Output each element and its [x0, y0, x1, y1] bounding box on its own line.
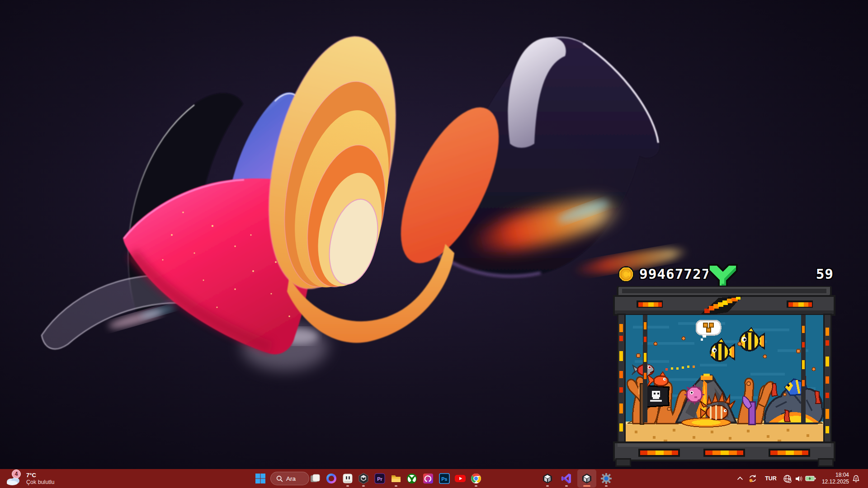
coin-icon: [617, 265, 636, 284]
visual-studio-icon: [561, 473, 572, 484]
file-explorer-button[interactable]: [389, 469, 403, 488]
gear-icon: [600, 473, 612, 484]
chrome-button[interactable]: [469, 469, 483, 488]
aquarium-header: 99467727 59: [613, 263, 836, 286]
sync-update-icon: [748, 474, 757, 483]
weather-condition: Çok bulutlu: [26, 479, 55, 486]
weather-widget[interactable]: 4 7°C Çok bulutlu: [3, 469, 80, 488]
tank-lid: [614, 286, 835, 315]
start-button[interactable]: [251, 469, 269, 488]
taskbar: 4 7°C Çok bulutlu Ara: [0, 469, 868, 488]
fish-count: 59: [816, 266, 834, 282]
weather-temperature: 7°C: [26, 472, 55, 479]
tray-time: 18:04: [835, 472, 849, 479]
desktop: 99467727 59: [0, 0, 868, 488]
youtube-icon: [454, 473, 466, 484]
speaker-icon: [795, 474, 803, 483]
copilot-icon: [326, 473, 337, 484]
premiere-pro-icon: Pr: [374, 473, 386, 484]
visual-studio-button[interactable]: [559, 469, 574, 488]
unity-hub-icon: [358, 473, 369, 484]
volume-button[interactable]: [793, 469, 804, 488]
task-view-icon: [309, 473, 321, 484]
xbox-icon: [406, 473, 418, 484]
premiere-pro-button[interactable]: Pr: [373, 469, 387, 488]
network-button[interactable]: [782, 469, 793, 488]
task-view-button[interactable]: [308, 469, 322, 488]
photoshop-button[interactable]: Ps: [437, 469, 452, 488]
battery-button[interactable]: [804, 469, 817, 488]
windows-logo-icon: [255, 473, 266, 484]
unity-editor-active-button[interactable]: [577, 469, 596, 488]
search-label: Ara: [286, 475, 296, 482]
unity-cube-icon: [581, 473, 593, 484]
xbox-button[interactable]: [405, 469, 419, 488]
notifications-button[interactable]: z: [850, 469, 862, 488]
weather-alert-badge: 4: [12, 469, 21, 479]
fish-tank[interactable]: [613, 286, 836, 469]
youtube-button[interactable]: [453, 469, 467, 488]
language-indicator[interactable]: TUR: [763, 469, 778, 488]
svg-text:Ps: Ps: [441, 476, 447, 482]
svg-text:z: z: [855, 476, 857, 479]
copilot-button[interactable]: [324, 469, 339, 488]
clock[interactable]: 18:04 12.12.2025: [816, 469, 849, 488]
globe-no-internet-icon: [783, 474, 792, 483]
tray-overflow-button[interactable]: [735, 469, 745, 488]
active-indicator: [583, 485, 590, 487]
aquarium-widget[interactable]: 99467727 59: [613, 263, 836, 469]
omega-loop-icon: [422, 473, 434, 484]
svg-text:Pr: Pr: [377, 476, 382, 482]
chevron-up-icon: [736, 475, 744, 482]
unity-cube-icon: [542, 473, 553, 484]
file-explorer-icon: [390, 473, 402, 484]
chrome-icon: [470, 473, 482, 484]
update-sync-button[interactable]: [747, 469, 759, 488]
search-icon: [276, 475, 283, 482]
bell-dnd-icon: z: [852, 474, 860, 483]
pixel-pet-icon: [342, 473, 354, 484]
unity-hub-button[interactable]: [356, 469, 371, 488]
battery-charging-icon: [805, 475, 816, 482]
coin-count: 99467727: [639, 266, 710, 282]
settings-button[interactable]: [599, 469, 613, 488]
loop-app-button[interactable]: [421, 469, 435, 488]
unity-editor-button[interactable]: [540, 469, 555, 488]
tray-date: 12.12.2025: [822, 479, 849, 485]
pixel-pet-button[interactable]: [340, 469, 355, 488]
tank-base: [614, 442, 835, 466]
photoshop-icon: Ps: [439, 473, 450, 484]
search-box[interactable]: Ara: [270, 472, 309, 485]
